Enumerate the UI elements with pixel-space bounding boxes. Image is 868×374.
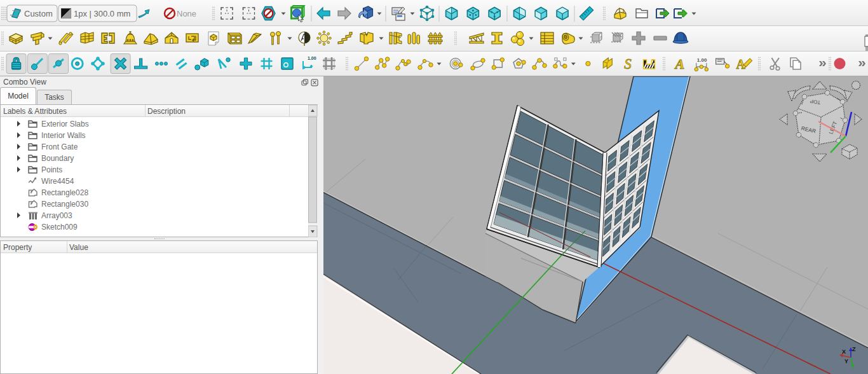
svg-text:Front Gate: Front Gate — [41, 142, 78, 151]
svg-text:Custom: Custom — [24, 9, 53, 18]
svg-text:1px | 300.0 mm: 1px | 300.0 mm — [74, 9, 130, 18]
svg-text:None: None — [177, 9, 196, 18]
svg-text:Interior Walls: Interior Walls — [41, 131, 86, 140]
svg-text:Rectangle030: Rectangle030 — [41, 200, 88, 209]
svg-text:Rectangle028: Rectangle028 — [41, 188, 88, 197]
svg-text:X: X — [842, 349, 846, 355]
svg-text:Boundary: Boundary — [41, 154, 74, 163]
svg-text:Array003: Array003 — [41, 211, 72, 220]
svg-text:Wire4454: Wire4454 — [41, 177, 74, 186]
svg-text:Points: Points — [41, 165, 62, 174]
svg-text:Y: Y — [844, 358, 848, 364]
svg-text:Exterior Slabs: Exterior Slabs — [41, 120, 89, 128]
svg-text:Sketch009: Sketch009 — [41, 223, 78, 232]
svg-text:Z: Z — [852, 346, 856, 352]
